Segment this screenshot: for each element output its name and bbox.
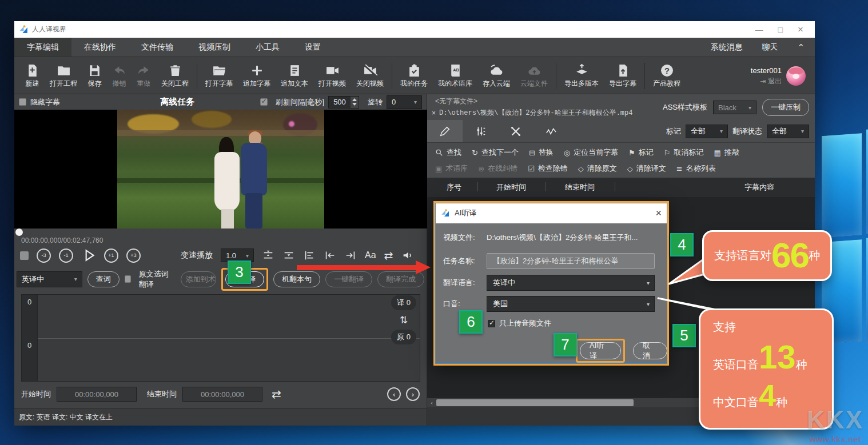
scrollbar-thumb[interactable] xyxy=(436,399,634,406)
close-file-icon[interactable]: × xyxy=(432,109,436,117)
accent-select[interactable]: 美国▾ xyxy=(487,296,655,312)
refresh-interval-checkbox[interactable] xyxy=(260,98,268,106)
clear-source-button[interactable]: ◇清除原文 xyxy=(578,163,617,174)
video-viewport[interactable] xyxy=(14,110,427,228)
swap-vertical-button[interactable]: ⇅ xyxy=(400,314,408,326)
close-button[interactable]: × xyxy=(798,25,803,34)
list-icon: ≡ xyxy=(676,165,683,173)
direction-select[interactable]: 英译中▾ xyxy=(17,271,82,287)
volume-icon[interactable] xyxy=(401,249,414,262)
find-button[interactable]: 查找 xyxy=(435,147,461,158)
open-video-button[interactable]: 打开视频 xyxy=(313,61,351,91)
menu-file-transfer[interactable]: 文件传输 xyxy=(129,38,186,57)
tutorial-button[interactable]: ?产品教程 xyxy=(648,61,686,91)
audio-only-label: 只上传音频文件 xyxy=(499,318,551,328)
lookup-button[interactable]: 查词 xyxy=(87,271,120,287)
minimize-button[interactable]: — xyxy=(755,26,763,34)
replace-button[interactable]: ⊟替换 xyxy=(529,147,554,158)
jump-end-icon[interactable] xyxy=(344,249,357,262)
font-size-button[interactable]: Aa xyxy=(365,250,376,260)
menu-tools[interactable]: 小工具 xyxy=(243,38,292,57)
menu-settings[interactable]: 设置 xyxy=(292,38,333,57)
swap-lines-button[interactable]: ⇄ xyxy=(384,249,393,262)
spinner-arrows[interactable] xyxy=(351,97,359,108)
my-glossary-button[interactable]: AB我的术语库 xyxy=(433,61,477,91)
translation-textarea[interactable]: 0 xyxy=(22,295,420,338)
search-icon xyxy=(435,149,443,157)
unmark-button[interactable]: ⚐取消标记 xyxy=(664,147,704,158)
seek-bar[interactable] xyxy=(14,228,427,235)
play-button[interactable] xyxy=(81,248,96,263)
one-key-encode-button[interactable]: 一键压制 xyxy=(762,99,809,116)
task-name-input[interactable]: 【政治】2分多钟-哈里王子和梅根公举 xyxy=(487,253,655,269)
source-textarea[interactable]: 0 xyxy=(22,338,420,382)
mark-filter-select[interactable]: 全部▾ xyxy=(686,125,728,138)
start-time-input[interactable]: 00:00:00,000 xyxy=(57,387,137,402)
new-button[interactable]: 新建 xyxy=(20,61,45,91)
col-divider xyxy=(546,182,546,191)
dialog-close-button[interactable]: × xyxy=(655,207,662,219)
user-avatar[interactable] xyxy=(786,66,806,86)
close-project-button[interactable]: 关闭工程 xyxy=(156,61,194,91)
seek-back-1-button[interactable]: -1 xyxy=(59,248,73,263)
system-message-button[interactable]: 系统消息 xyxy=(710,42,742,53)
mark-button[interactable]: ⚑标记 xyxy=(628,147,654,158)
online-correct-icon: ⊗ xyxy=(478,165,484,173)
dialog-confirm-button[interactable]: AI听译 xyxy=(580,342,621,359)
my-tasks-button[interactable]: 我的任务 xyxy=(395,61,433,91)
next-subtitle-button[interactable]: › xyxy=(406,387,420,401)
save-to-cloud-button[interactable]: 存入云端 xyxy=(477,61,515,91)
chat-button[interactable]: 聊天 xyxy=(762,42,778,53)
ass-template-select[interactable]: Black▾ xyxy=(713,101,756,114)
find-next-button[interactable]: ↻查找下一个 xyxy=(472,147,519,158)
language-select[interactable]: 英译中▾ xyxy=(487,275,655,291)
tab-list-settings[interactable] xyxy=(463,120,498,142)
locate-current-button[interactable]: ◎定位当前字幕 xyxy=(564,147,618,158)
seek-back-3-button[interactable]: -3 xyxy=(37,248,51,263)
ponder-button[interactable]: ▦推敲 xyxy=(714,147,739,158)
rotate-select[interactable]: 0▾ xyxy=(387,95,422,109)
maximize-button[interactable]: □ xyxy=(778,26,783,34)
save-button[interactable]: 保存 xyxy=(82,61,107,91)
menu-online-collab[interactable]: 在线协作 xyxy=(71,38,129,57)
open-subtitle-button[interactable]: 打开字幕 xyxy=(200,61,238,91)
tab-waveform[interactable] xyxy=(533,120,569,142)
step-badge-4: 4 xyxy=(670,233,694,256)
spin-down-icon[interactable] xyxy=(352,103,357,106)
export-multi-button[interactable]: 导出多版本 xyxy=(559,61,604,91)
spin-up-icon[interactable] xyxy=(352,98,357,101)
seek-handle[interactable] xyxy=(15,228,23,236)
open-project-button[interactable]: 打开工程 xyxy=(45,61,82,91)
check-errors-button[interactable]: ☑检查除错 xyxy=(528,163,568,174)
merge-up-icon[interactable] xyxy=(262,249,274,262)
collapse-chevron-icon[interactable]: ⌃ xyxy=(797,42,805,53)
close-video-button[interactable]: 关闭视频 xyxy=(351,61,389,91)
refresh-interval-spinner[interactable]: 500 xyxy=(328,96,359,109)
logout-button[interactable]: ⇥ 退出 xyxy=(761,77,782,86)
jump-start-icon[interactable] xyxy=(324,249,336,262)
prev-subtitle-button[interactable]: ‹ xyxy=(387,387,401,401)
loop-button[interactable]: ⇄ xyxy=(272,387,281,401)
align-left-icon[interactable] xyxy=(303,249,316,262)
clear-translation-button[interactable]: ◇清除译文 xyxy=(627,163,666,174)
tab-tools[interactable] xyxy=(498,120,533,142)
callout-number: 66 xyxy=(771,240,809,271)
stop-button[interactable] xyxy=(20,251,29,260)
export-subtitle-button[interactable]: 导出字幕 xyxy=(604,61,642,91)
audio-only-checkbox[interactable] xyxy=(488,320,495,327)
name-list-button[interactable]: ≡名称列表 xyxy=(676,163,716,174)
seek-forward-1-button[interactable]: +1 xyxy=(104,248,118,263)
split-down-icon[interactable] xyxy=(282,249,295,262)
seek-forward-3-button[interactable]: +3 xyxy=(126,248,141,263)
dialog-cancel-button[interactable]: 取消 xyxy=(633,342,667,359)
tab-edit[interactable] xyxy=(427,120,463,142)
menu-subtitle-edit[interactable]: 字幕编辑 xyxy=(14,38,71,57)
end-time-input[interactable]: 00:00:00,000 xyxy=(182,387,262,402)
translate-state-select[interactable]: 全部▾ xyxy=(767,125,809,138)
append-text-button[interactable]: 追加文本 xyxy=(276,61,313,91)
select-word-checkbox[interactable] xyxy=(125,275,131,283)
menu-video-encode[interactable]: 视频压制 xyxy=(186,38,243,57)
scroll-left-arrow[interactable]: ‹ xyxy=(427,399,436,407)
append-subtitle-button[interactable]: 追加字幕 xyxy=(238,61,276,91)
hide-subtitle-checkbox[interactable] xyxy=(19,98,26,106)
